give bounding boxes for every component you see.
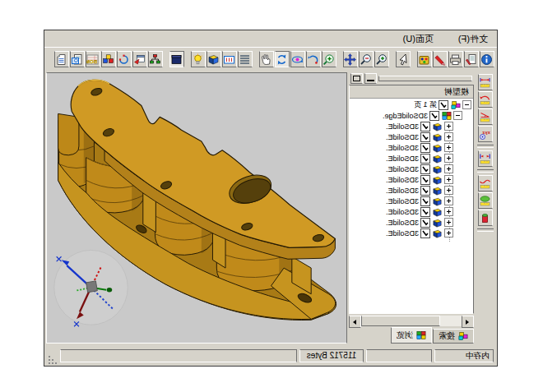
expand-toggle-icon[interactable] — [462, 100, 471, 109]
target-rotate-button[interactable] — [306, 51, 321, 67]
tree-item-label: 3DSolidE. — [386, 219, 419, 227]
page-background: 文件(F) 页面(U) BOM — [0, 0, 543, 392]
orientation-triad — [54, 250, 128, 326]
update-cycle-button[interactable] — [117, 51, 132, 67]
tab-search[interactable]: 搜索 — [433, 329, 474, 344]
exit-environment-button[interactable] — [169, 51, 184, 67]
svg-text:BOM: BOM — [87, 58, 98, 64]
refresh-arrows-icon — [276, 53, 289, 66]
menu-page[interactable]: 页面(U) — [401, 32, 435, 46]
render-mode-button[interactable] — [207, 51, 221, 67]
tree-row[interactable]: 3DSolidE. — [350, 153, 473, 164]
visibility-checkbox[interactable] — [420, 196, 430, 206]
tree-item-label: 3DSolidE. — [386, 229, 419, 238]
expand-toggle-icon[interactable] — [444, 164, 453, 173]
measure-volume-button[interactable] — [478, 210, 493, 226]
tree-row[interactable]: 3DSolidE. — [350, 164, 473, 174]
light-settings-button[interactable] — [191, 51, 206, 67]
tree-row[interactable]: 第 1 页 — [350, 99, 473, 110]
visibility-checkbox[interactable] — [420, 218, 430, 228]
dimension-frame-button[interactable] — [222, 51, 237, 67]
panel-minimize-button[interactable] — [364, 73, 377, 84]
expand-toggle-icon[interactable] — [444, 132, 453, 141]
preview-icon — [72, 53, 84, 66]
toolbar-separator — [411, 51, 416, 67]
tree-item-label: 3DSolidE. — [386, 133, 419, 141]
tree-row[interactable]: 3DSolidE. — [350, 142, 473, 153]
help-info-button[interactable] — [480, 51, 494, 67]
visibility-checkbox[interactable] — [420, 207, 430, 217]
scrollbar-thumb[interactable] — [361, 316, 440, 326]
refresh-rotate-button[interactable] — [275, 51, 290, 67]
panel-drag-grip[interactable] — [378, 76, 472, 81]
dynamic-zoom-button[interactable] — [322, 51, 336, 67]
zoom-in-button[interactable] — [374, 51, 389, 67]
tree-row[interactable]: 3DSolidEdge. — [350, 110, 473, 121]
expand-toggle-icon[interactable] — [444, 175, 453, 184]
measure-area-button[interactable] — [478, 192, 493, 209]
display-list-button[interactable] — [238, 51, 253, 67]
solid-cube-icon — [432, 196, 443, 206]
expand-toggle-icon[interactable] — [444, 154, 453, 163]
viewport-3d[interactable] — [46, 72, 347, 344]
pan-cross-icon — [345, 53, 357, 66]
panel-float-button[interactable] — [350, 73, 363, 84]
tab-browse[interactable]: 浏览 — [391, 327, 432, 344]
pan-button[interactable] — [343, 51, 358, 67]
tree-row[interactable]: 3DSolidE. — [350, 185, 473, 196]
volume-icon — [480, 212, 492, 224]
new-page-button[interactable] — [54, 51, 69, 67]
assembly-icon — [441, 111, 452, 121]
pan-hand-button[interactable] — [259, 51, 274, 67]
measure-coordinates-button[interactable]: xyz — [478, 126, 493, 142]
visibility-checkbox[interactable] — [420, 228, 430, 238]
print-preview-button[interactable] — [70, 51, 85, 67]
measure-length-button[interactable] — [478, 74, 493, 90]
visibility-checkbox[interactable] — [439, 100, 448, 110]
expand-toggle-icon[interactable] — [444, 207, 453, 216]
edit-document-button[interactable] — [464, 51, 479, 67]
expand-toggle-icon[interactable] — [453, 111, 462, 120]
tree-row[interactable]: 3DSolidE. — [350, 174, 473, 185]
tree-row[interactable]: 3DSolidE. — [350, 121, 473, 131]
orbit-rotate-button[interactable] — [290, 51, 305, 67]
select-button[interactable] — [396, 51, 411, 67]
tree-row[interactable]: 3DSolidE. — [350, 131, 473, 142]
zoom-out-button[interactable] — [359, 51, 374, 67]
visibility-checkbox[interactable] — [429, 111, 439, 121]
design-tree-button[interactable] — [148, 51, 163, 67]
visibility-checkbox[interactable] — [420, 186, 430, 196]
search-tab-icon — [457, 331, 468, 341]
expand-toggle-icon[interactable] — [444, 196, 453, 205]
expand-toggle-icon[interactable] — [444, 143, 453, 152]
expand-toggle-icon[interactable] — [444, 122, 453, 131]
visibility-checkbox[interactable] — [420, 154, 430, 164]
visibility-checkbox[interactable] — [420, 143, 430, 153]
tree-row[interactable]: 3DSolidE. — [350, 206, 473, 217]
visibility-checkbox[interactable] — [420, 164, 430, 174]
scrollbar-track[interactable] — [361, 316, 462, 326]
insert-window-button[interactable] — [132, 51, 147, 67]
annotate-button[interactable] — [433, 51, 448, 67]
menu-file[interactable]: 文件(F) — [457, 32, 490, 46]
main-area: xyz 模型树 第 1 页 — [44, 71, 497, 345]
material-cubes-button[interactable] — [101, 51, 116, 67]
measure-distance-button[interactable] — [478, 150, 493, 167]
print-button[interactable] — [448, 51, 463, 67]
resize-grip[interactable] — [47, 354, 58, 366]
expand-toggle-icon[interactable] — [444, 218, 453, 227]
measure-curve-length-button[interactable] — [478, 175, 493, 191]
tree-row[interactable]: 3DSolidE. — [350, 217, 473, 228]
tree-item-label: 3DSolidE. — [386, 176, 419, 184]
visibility-checkbox[interactable] — [420, 132, 430, 142]
measure-angle-button[interactable] — [478, 108, 493, 125]
colors-button[interactable] — [417, 51, 432, 67]
visibility-checkbox[interactable] — [420, 175, 430, 185]
tree-row[interactable]: 3DSolidE. — [350, 228, 473, 238]
expand-toggle-icon[interactable] — [444, 186, 453, 195]
measure-radius-button[interactable] — [478, 91, 493, 108]
visibility-checkbox[interactable] — [420, 122, 430, 131]
bom-button[interactable]: BOM — [86, 51, 100, 67]
expand-toggle-icon[interactable] — [444, 228, 453, 238]
tree-row[interactable]: 3DSolidE. — [350, 196, 473, 206]
